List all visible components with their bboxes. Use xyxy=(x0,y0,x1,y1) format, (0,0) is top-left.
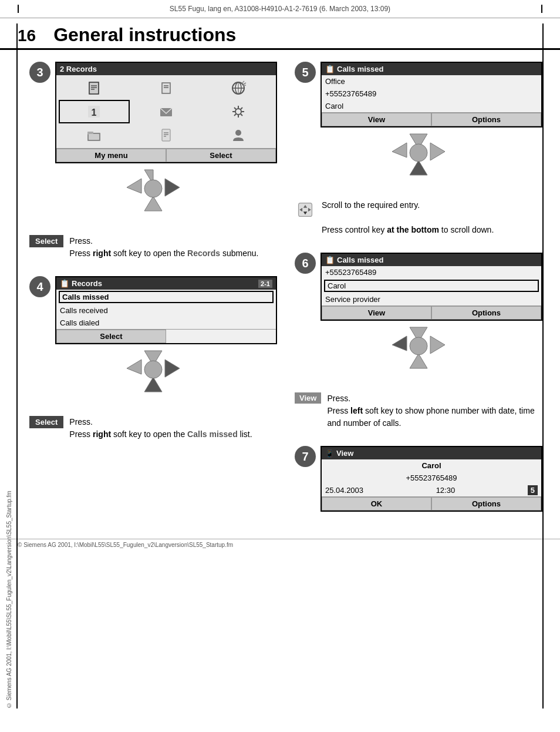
step4-title-bar: 📋 Records 2-1 xyxy=(56,277,276,290)
phonebook-icon xyxy=(86,80,102,96)
icon-cell-settings xyxy=(203,100,274,123)
svg-point-36 xyxy=(144,180,162,197)
step4-phone-screen: 📋 Records 2-1 Calls missed Calls receive… xyxy=(55,276,277,344)
envelope-icon xyxy=(158,103,174,120)
step4-badge: 2-1 xyxy=(258,280,272,288)
step6-phone-icon: 📋 xyxy=(325,256,335,264)
step3-btn-left[interactable]: My menu xyxy=(56,149,166,162)
step4-select-badge: Select xyxy=(29,416,63,428)
step5-btn-row: View Options xyxy=(322,112,541,126)
step4-press: Press. xyxy=(69,416,252,428)
step6-row3: Service provider xyxy=(322,293,541,305)
step5-ctrl-pre: Press control key xyxy=(322,225,387,234)
step7-row1: Carol xyxy=(322,459,541,472)
step4-screen-title: Records xyxy=(72,279,102,288)
step7-row2: +55523765489 xyxy=(322,472,541,484)
folder-icon xyxy=(86,127,102,143)
step5-instr: Scroll to the required entry. Press cont… xyxy=(295,199,542,236)
step5-ctrl-end: to scroll down. xyxy=(439,225,494,234)
step7-section: 7 📱 View Carol +55523765489 25.04.2003 1… xyxy=(295,446,542,512)
step5-section: 5 📋 Calls missed Office +55523765489 Car… xyxy=(295,62,542,185)
svg-line-27 xyxy=(234,114,236,116)
svg-rect-1 xyxy=(90,83,98,93)
step7-badge: 5 xyxy=(528,485,538,495)
step5-btn-left[interactable]: View xyxy=(322,113,431,126)
step4-btn-row: Select xyxy=(56,329,276,343)
step5-row1: Office xyxy=(322,75,541,88)
left-column: 3 2 Records xyxy=(29,62,277,521)
step4-rest: soft key to open the xyxy=(113,429,187,439)
step7-screen-row: 7 📱 View Carol +55523765489 25.04.2003 1… xyxy=(295,446,542,512)
page-title-row: 16 General instructions xyxy=(0,18,560,50)
header-left-bar xyxy=(18,5,22,13)
step3-screen-title: 2 Records xyxy=(60,65,97,73)
step5-btn-right[interactable]: Options xyxy=(431,113,541,126)
step7-title-bar: 📱 View xyxy=(322,447,541,459)
step3-instr: Select Press. Press right soft key to op… xyxy=(29,235,277,260)
step6-instr: View Press. Press left soft key to show … xyxy=(295,392,542,429)
svg-point-35 xyxy=(235,130,241,136)
step6-btn-left[interactable]: View xyxy=(322,306,431,320)
step6-dpad xyxy=(295,324,542,371)
svg-point-38 xyxy=(410,144,427,162)
step4-row3: Calls dialed xyxy=(56,317,276,329)
person-icon xyxy=(230,127,247,143)
step7-row3-container: 25.04.2003 12:30 5 xyxy=(322,484,541,496)
step6-press: Press. xyxy=(327,392,542,405)
step5-row2: +55523765489 xyxy=(322,88,541,100)
step3-end: submenu. xyxy=(222,249,258,258)
icon-cell-folder xyxy=(59,125,130,146)
step7-btn-left[interactable]: OK xyxy=(322,497,431,511)
step3-num: 3 xyxy=(29,62,50,83)
step6-phone-screen: 📋 Calls missed +55523765489 Carol Servic… xyxy=(321,253,542,321)
icon-cell-doc xyxy=(131,125,202,146)
icon-cell-globe xyxy=(203,78,274,99)
dpad3-svg xyxy=(124,167,183,214)
svg-rect-30 xyxy=(89,134,99,140)
step4-btn-right[interactable]: Select xyxy=(56,330,166,343)
step4-screen-row: 4 📋 Records 2-1 Calls missed Calls recei… xyxy=(29,276,277,344)
step5-row3: Carol xyxy=(322,100,541,112)
step7-view-icon: 📱 xyxy=(325,449,334,458)
step3-phone-screen: 2 Records xyxy=(55,62,277,163)
number1-icon: 1 xyxy=(86,103,102,120)
step4-right-bold: right xyxy=(93,429,111,439)
svg-line-26 xyxy=(241,108,242,109)
svg-line-24 xyxy=(234,108,236,109)
step6-screen-row: 6 📋 Calls missed +55523765489 Carol Serv… xyxy=(295,253,542,321)
step4-colored: Calls missed xyxy=(187,429,238,439)
step3-right-bold: right xyxy=(93,249,111,258)
step5-instr-text: Scroll to the required entry. Press cont… xyxy=(322,199,494,236)
step4-section: 4 📋 Records 2-1 Calls missed Calls recei… xyxy=(29,276,277,402)
step4-memo-icon: 📋 xyxy=(60,279,69,288)
step6-left-bold: left xyxy=(350,406,363,415)
step3-desc: Press right soft key to open the Records… xyxy=(69,247,258,260)
step6-view-badge: View xyxy=(295,392,321,404)
step3-section: 3 2 Records xyxy=(29,62,277,221)
step3-btn-right[interactable]: Select xyxy=(166,149,276,162)
step7-btn-right[interactable]: Options xyxy=(431,497,541,511)
dpad4-svg xyxy=(124,348,183,395)
step5-scroll: Scroll to the required entry. xyxy=(322,199,494,211)
svg-line-13 xyxy=(242,81,244,83)
step7-phone-screen: 📱 View Carol +55523765489 25.04.2003 12:… xyxy=(321,446,542,512)
step5-title-bar: 📋 Calls missed xyxy=(322,63,541,75)
svg-rect-31 xyxy=(162,129,170,141)
step4-instr: Select Press. Press right soft key to op… xyxy=(29,416,277,441)
icon-cell-number1: 1 xyxy=(59,100,130,123)
step4-instr-text: Press. Press right soft key to open the … xyxy=(69,416,252,441)
step4-dpad xyxy=(29,348,277,395)
icon-cell-phonebook xyxy=(59,78,130,99)
icon-cell-person xyxy=(203,125,274,146)
right-column: 5 📋 Calls missed Office +55523765489 Car… xyxy=(295,62,542,521)
dpad6-svg xyxy=(389,324,448,371)
svg-text:1: 1 xyxy=(92,108,97,117)
step6-num: 6 xyxy=(295,253,316,274)
step6-btn-right[interactable]: Options xyxy=(431,306,541,320)
step4-num: 4 xyxy=(29,276,50,297)
ctrl-icon xyxy=(295,199,316,220)
step6-row2: Carol xyxy=(324,280,539,292)
step6-row1: +55523765489 xyxy=(322,266,541,278)
page-title: General instructions xyxy=(53,24,236,46)
svg-line-14 xyxy=(243,83,246,85)
